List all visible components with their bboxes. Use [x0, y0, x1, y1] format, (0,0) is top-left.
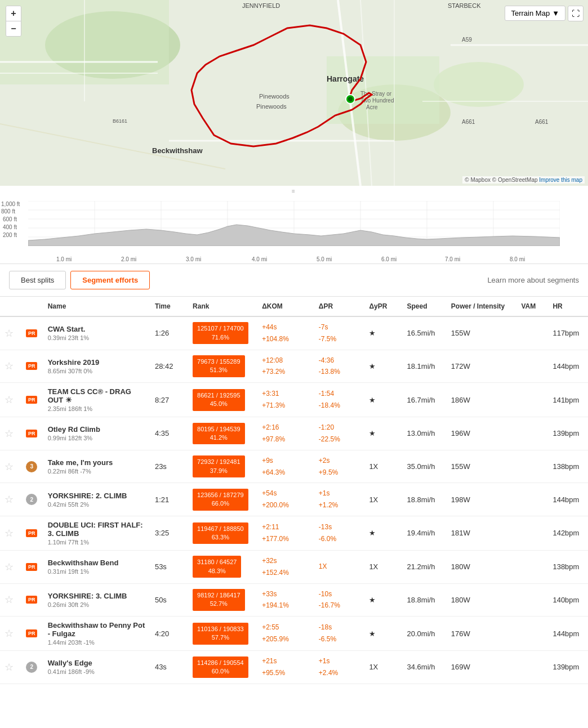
dkom-pct: +64.3% [262, 468, 285, 476]
pr-badge: PR [26, 396, 38, 404]
table-row: ☆2Wally's Edge0.41mi 186ft -9%43s114286 … [0, 651, 588, 684]
segment-name-cell[interactable]: Yorkshire 20198.65mi 307ft 0% [43, 350, 150, 383]
segment-name: Beckwithshaw to Penny Pot - Fulgaz [48, 621, 146, 638]
speed-cell: 18.8mi/h [403, 583, 447, 617]
time-cell: 1:21 [150, 483, 188, 516]
rank-badge: 31180 / 6452748.3% [193, 556, 241, 578]
map-section: Harrogate Beckwithshaw Pinewoods Pinewoo… [0, 0, 588, 186]
table-row: ☆PRBeckwithshaw to Penny Pot - Fulgaz1.4… [0, 617, 588, 651]
drag-handle[interactable]: ≡ [0, 186, 588, 196]
rank-badge: 79673 / 15528951.3% [193, 355, 244, 377]
segment-name-cell[interactable]: Wally's Edge0.41mi 186ft -9% [43, 651, 150, 684]
tab-segment-efforts[interactable]: Segment efforts [70, 271, 150, 289]
power-cell: 186W [447, 383, 517, 417]
speed-cell: 19.4mi/h [403, 516, 447, 550]
power-value: 155W [451, 462, 470, 471]
rank-badge: 123656 / 18727966.0% [193, 489, 248, 511]
star-icon[interactable]: ☆ [5, 394, 14, 405]
learn-more-link[interactable]: Learn more about segments [487, 276, 579, 284]
segment-name-cell[interactable]: DOUBLE UCI: FIRST HALF: 3. CLIMB1.10mi 7… [43, 516, 150, 550]
th-dkom: ΔKOM [257, 297, 314, 316]
dkom-pct: +205.9% [262, 635, 289, 643]
power-value: 180W [451, 562, 470, 571]
star-icon[interactable]: ☆ [5, 628, 14, 639]
rank-badge: 80195 / 19453941.2% [193, 423, 244, 445]
vam-cell [516, 651, 548, 684]
th-vam: VAM [516, 297, 548, 316]
hr-value: 144bpm [553, 629, 579, 638]
star-icon[interactable]: ☆ [5, 494, 14, 505]
elevation-x-1: 1.0 mi [56, 256, 72, 262]
power-cell: 196W [447, 417, 517, 450]
segment-name-cell[interactable]: TEAM CLS CC® - DRAG OUT ☀2.35mi 186ft 1% [43, 383, 150, 417]
th-hr: HR [548, 297, 588, 316]
vam-cell [516, 350, 548, 383]
th-dypr: ΔyPR [364, 297, 402, 316]
elevation-y-200: 200 ft [3, 232, 17, 238]
star-icon[interactable]: ☆ [5, 360, 14, 372]
star-icon[interactable]: ☆ [5, 561, 14, 573]
svg-text:B6161: B6161 [113, 118, 127, 124]
svg-text:JENNYFIELD: JENNYFIELD [242, 2, 280, 9]
segment-name: Otley Rd Climb [48, 425, 146, 434]
dpr-value: +2s [319, 457, 330, 465]
dpr-cell: -1:54-18.4% [314, 383, 365, 417]
hr-cell: 140bpm [548, 583, 588, 617]
tab-best-splits[interactable]: Best splits [9, 271, 66, 289]
dypr-cell: ★ [364, 417, 402, 450]
table-row: ☆PRYorkshire 20198.65mi 307ft 0%28:42796… [0, 350, 588, 383]
star-icon[interactable]: ☆ [5, 461, 14, 472]
rank-badge: 114286 / 19055460.0% [193, 656, 248, 678]
rank-badge: 110136 / 19083357.7% [193, 623, 248, 645]
segment-name-cell[interactable]: Beckwithshaw Bend0.31mi 19ft 1% [43, 550, 150, 583]
th-badge [20, 297, 43, 316]
hr-cell: 139bpm [548, 651, 588, 684]
segment-details: 0.31mi 19ft 1% [48, 568, 146, 575]
star-icon[interactable]: ☆ [5, 594, 14, 605]
speed-value: 21.2mi/h [407, 562, 435, 571]
speed-value: 18.8mi/h [407, 596, 435, 604]
pr-badge: PR [26, 362, 38, 370]
star-icon[interactable]: ☆ [5, 428, 14, 439]
elevation-y-1000: 1,000 ft [1, 201, 20, 207]
hr-cell: 142bpm [548, 516, 588, 550]
segment-name-cell[interactable]: Otley Rd Climb0.99mi 182ft 3% [43, 417, 150, 450]
table-row: ☆PRCWA Start.0.39mi 23ft 1%1:26125107 / … [0, 316, 588, 350]
segment-name-cell[interactable]: YORKSHIRE: 2. CLIMB0.42mi 55ft 2% [43, 483, 150, 516]
star-icon[interactable]: ☆ [5, 662, 14, 673]
segment-details: 8.65mi 307ft 0% [48, 368, 146, 374]
rank-cell: 114286 / 19055460.0% [188, 651, 257, 684]
svg-text:Beckwithshaw: Beckwithshaw [152, 146, 203, 155]
dkom-pct: +104.8% [262, 335, 289, 343]
dypr-cell: ★ [364, 350, 402, 383]
star-icon[interactable]: ☆ [5, 528, 14, 539]
speed-cell: 16.7mi/h [403, 383, 447, 417]
segment-name-cell[interactable]: YORKSHIRE: 3. CLIMB0.26mi 30ft 2% [43, 583, 150, 617]
time-cell: 1:26 [150, 316, 188, 350]
improve-map-link[interactable]: Improve this map [539, 177, 582, 183]
pr-badge: PR [26, 430, 38, 437]
segment-name-cell[interactable]: Beckwithshaw to Penny Pot - Fulgaz1.44mi… [43, 617, 150, 651]
elevation-x-8: 8.0 mi [510, 256, 525, 262]
elevation-x-2: 2.0 mi [121, 256, 136, 262]
time-cell: 3:25 [150, 516, 188, 550]
dpr-value: -10s [319, 590, 332, 598]
dkom-cell: +32s+152.4% [257, 550, 314, 583]
dpr-cell: -7s-7.5% [314, 316, 365, 350]
dypr-cell: 1X [364, 651, 402, 684]
segment-details: 0.26mi 30ft 2% [48, 601, 146, 608]
rank-cell: 86621 / 19259545.0% [188, 383, 257, 417]
segment-name-cell[interactable]: Take me, I'm yours0.22mi 86ft -7% [43, 450, 150, 483]
map-fullscreen-button[interactable]: ⛶ [568, 6, 583, 21]
badge-cell: PR [20, 617, 43, 651]
pr-badge: PR [26, 329, 38, 337]
zoom-out-button[interactable]: − [6, 21, 21, 36]
map-type-button[interactable]: Terrain Map ▼ [505, 6, 565, 21]
dypr-cell: ★ [364, 316, 402, 350]
segment-name-cell[interactable]: CWA Start.0.39mi 23ft 1% [43, 316, 150, 350]
svg-text:Pinewoods: Pinewoods [256, 103, 287, 110]
dkom-cell: +44s+104.8% [257, 316, 314, 350]
zoom-in-button[interactable]: + [6, 6, 21, 21]
badge-cell: PR [20, 583, 43, 617]
star-icon[interactable]: ☆ [5, 328, 14, 339]
